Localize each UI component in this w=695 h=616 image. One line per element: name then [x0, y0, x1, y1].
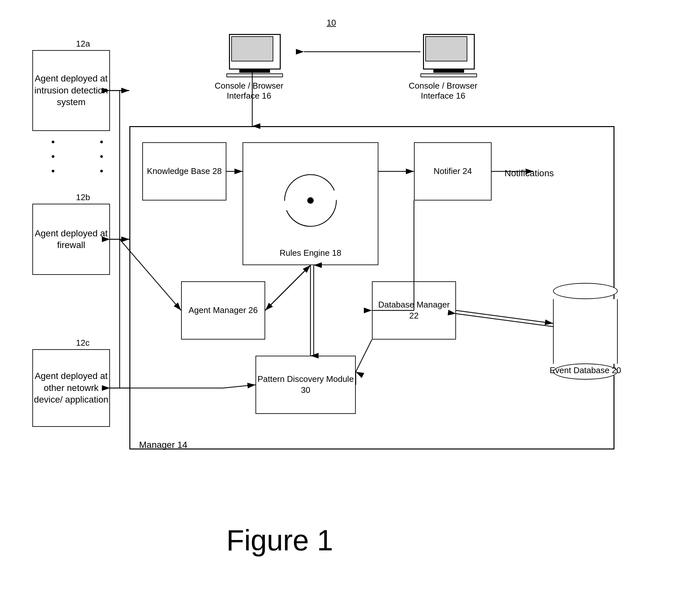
console2-label: Console / Browser Interface 16 [394, 81, 492, 101]
agent-other-id: 12c [76, 338, 89, 348]
agent-other-label: Agent deployed at other netowrk device/ … [33, 370, 109, 406]
event-database-label: Event Database 20 [546, 365, 624, 375]
dot6 [100, 170, 103, 172]
manager-label: Manager 14 [139, 440, 187, 450]
agent-fw-id: 12b [76, 192, 90, 202]
console1-monitor [226, 34, 283, 77]
agent-manager-box: Agent Manager 26 [181, 281, 265, 340]
agent-ids-label: Agent deployed at intrusion detection sy… [33, 73, 109, 108]
agent-manager-label: Agent Manager 26 [189, 305, 258, 316]
agent-other-box: Agent deployed at other netowrk device/ … [32, 349, 110, 427]
notifier-box: Notifier 24 [414, 142, 492, 201]
pattern-discovery-box: Pattern Discovery Module 30 [255, 356, 356, 414]
agent-fw-label: Agent deployed at firewall [33, 228, 109, 251]
rules-engine-box: Rules Engine 18 [242, 142, 378, 265]
diagram-title: 10 [327, 18, 336, 28]
knowledge-base-box: Knowledge Base 28 [142, 142, 226, 201]
agent-fw-box: Agent deployed at firewall [32, 204, 110, 275]
notifier-label: Notifier 24 [434, 166, 472, 177]
figure-title: Figure 1 [226, 524, 333, 557]
dot5 [100, 155, 103, 158]
dot3 [52, 170, 54, 172]
db-manager-box: Database Manager 22 [372, 281, 456, 340]
dot4 [100, 141, 103, 143]
dot2 [52, 155, 54, 158]
rules-engine-label: Rules Engine 18 [243, 248, 378, 259]
dot1 [52, 141, 54, 143]
diagram: 10 Agent deployed at intrusion detection… [0, 0, 695, 616]
knowledge-base-label: Knowledge Base 28 [147, 166, 222, 177]
db-manager-label: Database Manager 22 [373, 300, 455, 321]
pattern-discovery-label: Pattern Discovery Module 30 [256, 374, 355, 396]
console1-label: Console / Browser Interface 16 [201, 81, 298, 101]
agent-ids-id: 12a [76, 39, 90, 49]
notifications-label: Notifications [505, 168, 554, 178]
agent-ids-box: Agent deployed at intrusion detection sy… [32, 50, 110, 131]
console2-monitor [420, 34, 477, 77]
